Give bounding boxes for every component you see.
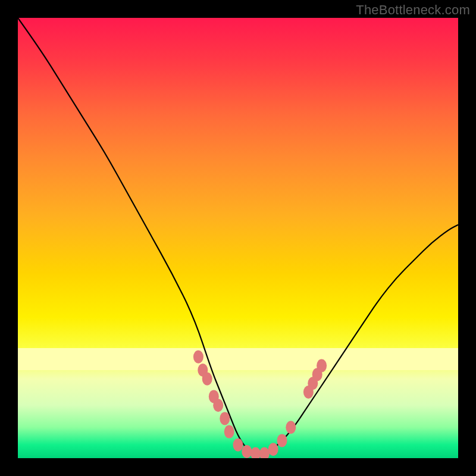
data-marker xyxy=(220,412,230,425)
plot-area xyxy=(18,18,458,458)
watermark-text: TheBottleneck.com xyxy=(356,2,470,18)
data-marker xyxy=(286,421,296,434)
data-marker xyxy=(317,359,327,372)
data-marker xyxy=(242,445,252,458)
bottleneck-curve xyxy=(18,18,458,454)
chart-frame: TheBottleneck.com xyxy=(0,0,476,476)
chart-svg xyxy=(18,18,458,458)
data-marker xyxy=(259,447,270,458)
data-marker xyxy=(268,443,278,456)
data-marker xyxy=(233,439,243,452)
data-marker xyxy=(213,399,223,412)
data-marker xyxy=(193,350,203,364)
marker-group xyxy=(193,350,327,458)
data-marker xyxy=(202,372,212,386)
data-marker xyxy=(277,434,287,447)
data-marker xyxy=(224,425,234,439)
data-marker xyxy=(250,447,261,458)
